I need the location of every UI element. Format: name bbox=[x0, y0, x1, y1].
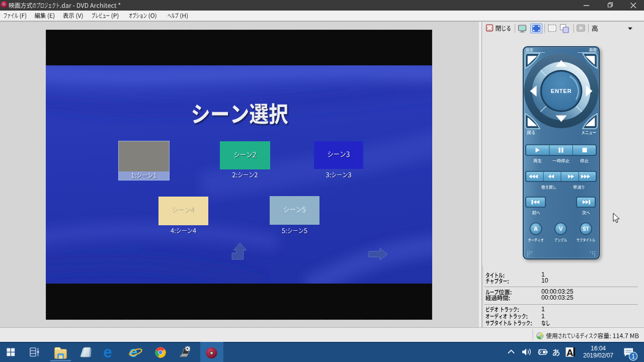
svg-text:A: A bbox=[567, 347, 574, 358]
svg-text:ST: ST bbox=[583, 226, 589, 232]
svg-text:1: 1 bbox=[631, 353, 635, 360]
svg-text:V: V bbox=[559, 226, 563, 232]
svg-text:e: e bbox=[104, 343, 112, 361]
svg-text:A: A bbox=[534, 226, 538, 232]
svg-text:ENTER: ENTER bbox=[551, 88, 572, 94]
